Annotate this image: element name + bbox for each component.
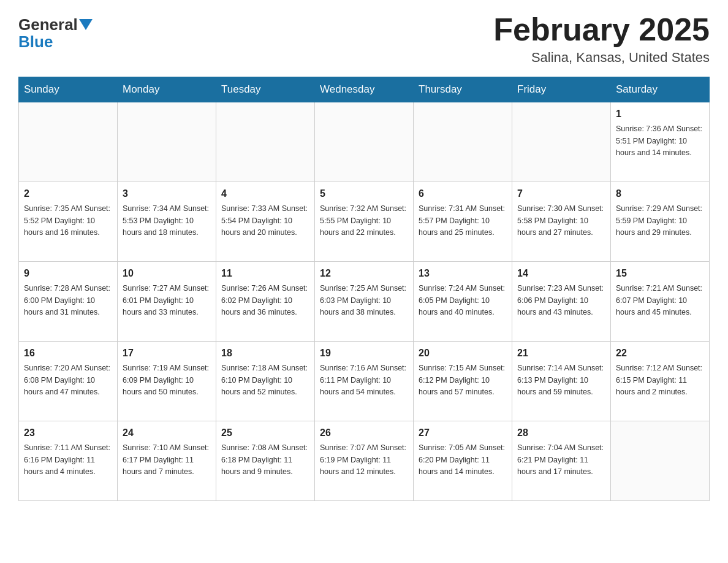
- calendar-cell: [216, 102, 315, 182]
- day-sun-info: Sunrise: 7:15 AM Sunset: 6:12 PM Dayligh…: [419, 362, 507, 398]
- day-number: 26: [320, 426, 408, 440]
- day-sun-info: Sunrise: 7:12 AM Sunset: 6:15 PM Dayligh…: [616, 362, 704, 398]
- weekday-header-wednesday: Wednesday: [315, 77, 414, 102]
- day-sun-info: Sunrise: 7:36 AM Sunset: 5:51 PM Dayligh…: [616, 123, 704, 159]
- calendar-cell: [512, 102, 611, 182]
- page-title: February 2025: [493, 12, 710, 47]
- calendar-cell: 9Sunrise: 7:28 AM Sunset: 6:00 PM Daylig…: [19, 262, 118, 342]
- weekday-header-thursday: Thursday: [414, 77, 512, 102]
- day-sun-info: Sunrise: 7:33 AM Sunset: 5:54 PM Dayligh…: [221, 203, 309, 239]
- calendar-cell: [118, 102, 216, 182]
- weekday-header-monday: Monday: [118, 77, 216, 102]
- day-sun-info: Sunrise: 7:30 AM Sunset: 5:58 PM Dayligh…: [517, 203, 605, 239]
- day-number: 24: [123, 426, 211, 440]
- logo-blue-text: Blue: [18, 33, 53, 51]
- day-sun-info: Sunrise: 7:14 AM Sunset: 6:13 PM Dayligh…: [517, 362, 605, 398]
- calendar-cell: 20Sunrise: 7:15 AM Sunset: 6:12 PM Dayli…: [414, 342, 512, 421]
- day-sun-info: Sunrise: 7:04 AM Sunset: 6:21 PM Dayligh…: [517, 442, 605, 478]
- svg-marker-0: [79, 19, 93, 30]
- day-number: 2: [24, 186, 112, 201]
- calendar-cell: [19, 102, 118, 182]
- day-number: 8: [616, 186, 704, 201]
- day-number: 20: [419, 346, 507, 361]
- calendar-cell: 1Sunrise: 7:36 AM Sunset: 5:51 PM Daylig…: [611, 102, 710, 182]
- day-sun-info: Sunrise: 7:18 AM Sunset: 6:10 PM Dayligh…: [221, 362, 309, 398]
- calendar-week-3: 9Sunrise: 7:28 AM Sunset: 6:00 PM Daylig…: [19, 262, 710, 342]
- calendar-cell: 23Sunrise: 7:11 AM Sunset: 6:16 PM Dayli…: [19, 421, 118, 501]
- day-sun-info: Sunrise: 7:25 AM Sunset: 6:03 PM Dayligh…: [320, 283, 408, 318]
- calendar-cell: 22Sunrise: 7:12 AM Sunset: 6:15 PM Dayli…: [611, 342, 710, 421]
- day-number: 6: [419, 186, 507, 201]
- day-sun-info: Sunrise: 7:28 AM Sunset: 6:00 PM Dayligh…: [24, 283, 112, 318]
- calendar-cell: 11Sunrise: 7:26 AM Sunset: 6:02 PM Dayli…: [216, 262, 315, 342]
- weekday-header-tuesday: Tuesday: [216, 77, 315, 102]
- calendar-cell: 28Sunrise: 7:04 AM Sunset: 6:21 PM Dayli…: [512, 421, 611, 501]
- day-sun-info: Sunrise: 7:10 AM Sunset: 6:17 PM Dayligh…: [123, 442, 211, 478]
- day-number: 14: [517, 266, 605, 281]
- day-number: 17: [123, 346, 211, 361]
- day-sun-info: Sunrise: 7:07 AM Sunset: 6:19 PM Dayligh…: [320, 442, 408, 478]
- calendar-cell: 26Sunrise: 7:07 AM Sunset: 6:19 PM Dayli…: [315, 421, 414, 501]
- day-number: 28: [517, 426, 605, 440]
- calendar-cell: 5Sunrise: 7:32 AM Sunset: 5:55 PM Daylig…: [315, 182, 414, 262]
- calendar-table: SundayMondayTuesdayWednesdayThursdayFrid…: [18, 77, 710, 501]
- day-sun-info: Sunrise: 7:26 AM Sunset: 6:02 PM Dayligh…: [221, 283, 309, 318]
- calendar-cell: 4Sunrise: 7:33 AM Sunset: 5:54 PM Daylig…: [216, 182, 315, 262]
- calendar-cell: 2Sunrise: 7:35 AM Sunset: 5:52 PM Daylig…: [19, 182, 118, 262]
- calendar-cell: 16Sunrise: 7:20 AM Sunset: 6:08 PM Dayli…: [19, 342, 118, 421]
- day-sun-info: Sunrise: 7:08 AM Sunset: 6:18 PM Dayligh…: [221, 442, 309, 478]
- day-number: 18: [221, 346, 309, 361]
- day-sun-info: Sunrise: 7:31 AM Sunset: 5:57 PM Dayligh…: [419, 203, 507, 239]
- day-number: 1: [616, 107, 704, 121]
- day-number: 11: [221, 266, 309, 281]
- calendar-cell: 10Sunrise: 7:27 AM Sunset: 6:01 PM Dayli…: [118, 262, 216, 342]
- calendar-cell: 12Sunrise: 7:25 AM Sunset: 6:03 PM Dayli…: [315, 262, 414, 342]
- day-sun-info: Sunrise: 7:20 AM Sunset: 6:08 PM Dayligh…: [24, 362, 112, 398]
- calendar-cell: 6Sunrise: 7:31 AM Sunset: 5:57 PM Daylig…: [414, 182, 512, 262]
- day-sun-info: Sunrise: 7:27 AM Sunset: 6:01 PM Dayligh…: [123, 283, 211, 318]
- day-sun-info: Sunrise: 7:29 AM Sunset: 5:59 PM Dayligh…: [616, 203, 704, 239]
- calendar-week-1: 1Sunrise: 7:36 AM Sunset: 5:51 PM Daylig…: [19, 102, 710, 182]
- day-sun-info: Sunrise: 7:24 AM Sunset: 6:05 PM Dayligh…: [419, 283, 507, 318]
- day-number: 15: [616, 266, 704, 281]
- calendar-cell: 13Sunrise: 7:24 AM Sunset: 6:05 PM Dayli…: [414, 262, 512, 342]
- day-number: 25: [221, 426, 309, 440]
- day-sun-info: Sunrise: 7:05 AM Sunset: 6:20 PM Dayligh…: [419, 442, 507, 478]
- calendar-cell: 14Sunrise: 7:23 AM Sunset: 6:06 PM Dayli…: [512, 262, 611, 342]
- calendar-cell: 17Sunrise: 7:19 AM Sunset: 6:09 PM Dayli…: [118, 342, 216, 421]
- calendar-cell: 25Sunrise: 7:08 AM Sunset: 6:18 PM Dayli…: [216, 421, 315, 501]
- day-sun-info: Sunrise: 7:19 AM Sunset: 6:09 PM Dayligh…: [123, 362, 211, 398]
- day-number: 5: [320, 186, 408, 201]
- calendar-cell: 21Sunrise: 7:14 AM Sunset: 6:13 PM Dayli…: [512, 342, 611, 421]
- calendar-cell: 7Sunrise: 7:30 AM Sunset: 5:58 PM Daylig…: [512, 182, 611, 262]
- calendar-cell: [315, 102, 414, 182]
- day-number: 19: [320, 346, 408, 361]
- day-number: 13: [419, 266, 507, 281]
- title-block: February 2025 Salina, Kansas, United Sta…: [493, 12, 710, 66]
- calendar-week-4: 16Sunrise: 7:20 AM Sunset: 6:08 PM Dayli…: [19, 342, 710, 421]
- weekday-header-sunday: Sunday: [19, 77, 118, 102]
- calendar-cell: 18Sunrise: 7:18 AM Sunset: 6:10 PM Dayli…: [216, 342, 315, 421]
- day-number: 12: [320, 266, 408, 281]
- day-sun-info: Sunrise: 7:11 AM Sunset: 6:16 PM Dayligh…: [24, 442, 112, 478]
- weekday-header-saturday: Saturday: [611, 77, 710, 102]
- page-subtitle: Salina, Kansas, United States: [493, 50, 710, 66]
- day-number: 27: [419, 426, 507, 440]
- calendar-cell: 24Sunrise: 7:10 AM Sunset: 6:17 PM Dayli…: [118, 421, 216, 501]
- day-number: 10: [123, 266, 211, 281]
- day-sun-info: Sunrise: 7:35 AM Sunset: 5:52 PM Dayligh…: [24, 203, 112, 239]
- day-sun-info: Sunrise: 7:16 AM Sunset: 6:11 PM Dayligh…: [320, 362, 408, 398]
- calendar-week-5: 23Sunrise: 7:11 AM Sunset: 6:16 PM Dayli…: [19, 421, 710, 501]
- calendar-week-2: 2Sunrise: 7:35 AM Sunset: 5:52 PM Daylig…: [19, 182, 710, 262]
- calendar-cell: 15Sunrise: 7:21 AM Sunset: 6:07 PM Dayli…: [611, 262, 710, 342]
- day-number: 9: [24, 266, 112, 281]
- calendar-cell: 3Sunrise: 7:34 AM Sunset: 5:53 PM Daylig…: [118, 182, 216, 262]
- page-header: General Blue February 2025 Salina, Kansa…: [18, 12, 710, 66]
- day-sun-info: Sunrise: 7:21 AM Sunset: 6:07 PM Dayligh…: [616, 283, 704, 318]
- logo-general-text: General: [18, 17, 78, 33]
- day-number: 4: [221, 186, 309, 201]
- calendar-header-row: SundayMondayTuesdayWednesdayThursdayFrid…: [19, 77, 710, 102]
- logo-arrow-icon: [79, 19, 93, 31]
- day-sun-info: Sunrise: 7:23 AM Sunset: 6:06 PM Dayligh…: [517, 283, 605, 318]
- day-number: 16: [24, 346, 112, 361]
